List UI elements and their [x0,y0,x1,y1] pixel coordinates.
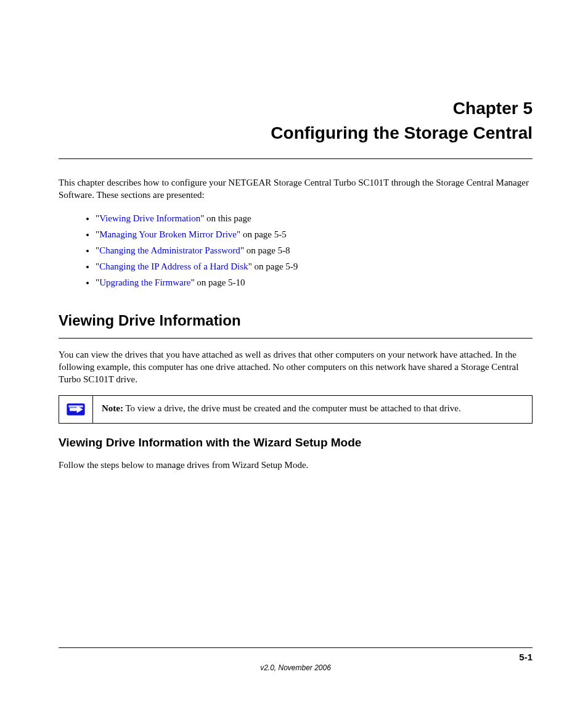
section-rule [59,338,533,339]
toc-item: "Upgrading the Firmware" on page 5-10 [96,275,533,290]
footer-rule [59,647,533,648]
toc-suffix: " on page 5-9 [248,261,298,271]
section-body: You can view the drives that you have at… [59,348,533,386]
toc-item: "Viewing Drive Information" on this page [96,211,533,226]
intro-paragraph: This chapter describes how to configure … [59,176,533,202]
toc-item: "Managing Your Broken Mirror Drive" on p… [96,227,533,242]
toc-link[interactable]: Changing the IP Address of a Hard Disk [99,261,248,271]
title-rule [59,158,533,159]
note-icon-cell [59,396,93,423]
toc-suffix: " on page 5-5 [237,229,287,239]
section-title: Viewing Drive Information [59,312,533,329]
footer-version: v2.0, November 2006 [59,663,533,672]
toc-link[interactable]: Viewing Drive Information [99,213,200,223]
chapter-title: Configuring the Storage Central [59,123,533,143]
toc-link[interactable]: Changing the Administrator Password [99,245,240,255]
toc-suffix: " on this page [200,213,251,223]
subsection-body: Follow the steps below to manage drives … [59,459,533,471]
page-number: 5-1 [519,652,533,662]
subsection-title: Viewing Drive Information with the Wizar… [59,436,533,449]
toc-suffix: " on page 5-10 [190,277,245,287]
toc-item: "Changing the Administrator Password" on… [96,243,533,258]
note-text: Note: To view a drive, the drive must be… [93,396,532,423]
note-label: Note: [102,403,123,413]
toc-link[interactable]: Upgrading the Firmware [99,277,190,287]
toc-item: "Changing the IP Address of a Hard Disk"… [96,259,533,274]
note-box: Note: To view a drive, the drive must be… [59,395,533,424]
page-footer: 5-1 v2.0, November 2006 [59,647,533,672]
svg-rect-2 [68,406,83,408]
document-page: Chapter 5 Configuring the Storage Centra… [0,0,588,706]
chapter-label: Chapter 5 [59,99,533,118]
arrow-right-icon [67,403,85,416]
toc-link[interactable]: Managing Your Broken Mirror Drive [99,229,237,239]
toc-list: "Viewing Drive Information" on this page… [71,211,533,290]
note-body: To view a drive, the drive must be creat… [123,403,461,413]
toc-suffix: " on page 5-8 [240,245,290,255]
